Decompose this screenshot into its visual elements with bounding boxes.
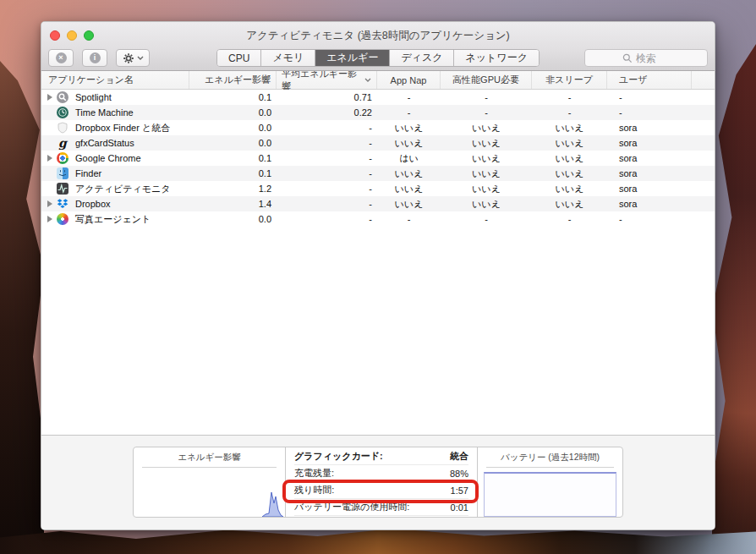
inspect-process-button[interactable]: i — [82, 49, 107, 67]
column-header-gpu[interactable]: 高性能GPU必要 — [441, 71, 532, 89]
table-row-spotlight[interactable]: Spotlight 0.1 0.71 - - - - — [41, 90, 715, 105]
stat-row-time-remaining: 残り時間: 1:57 — [294, 482, 468, 499]
column-header-app-nap[interactable]: App Nap — [377, 71, 441, 89]
gpu-value: - — [441, 105, 532, 120]
disclosure-triangle-icon[interactable] — [46, 216, 54, 222]
app-name: Google Chrome — [75, 153, 141, 163]
tab-cpu[interactable]: CPU — [217, 50, 261, 66]
shield-icon — [57, 122, 68, 134]
app-nap-value: - — [377, 90, 441, 105]
energy-impact-spike-graph — [262, 489, 284, 517]
search-input[interactable] — [636, 52, 670, 64]
energy-impact-value: 0.0 — [189, 120, 277, 135]
avg-energy-value: 0.22 — [277, 105, 377, 120]
dropbox-app-icon — [57, 198, 68, 210]
stat-value: 0:01 — [451, 502, 468, 513]
gfxcardstatus-app-icon: g — [57, 137, 68, 149]
user-value: sora — [607, 196, 692, 211]
sort-descending-icon — [364, 78, 371, 82]
view-tabs: CPU メモリ エネルギー ディスク ネットワーク — [216, 49, 540, 67]
avg-energy-label: 平均エネルギー影響 — [282, 68, 361, 93]
app-name: Finder — [75, 168, 101, 178]
table-header: アプリケーション名 エネルギー影響 平均エネルギー影響 App Nap 高性能G… — [41, 71, 715, 90]
table-row-dropbox-finder[interactable]: Dropbox Finder と統合 0.0 - いいえ いいえ いいえ sor… — [41, 120, 715, 135]
avg-energy-value: - — [277, 166, 377, 181]
table-row-google-chrome[interactable]: Google Chrome 0.1 - はい いいえ いいえ sora — [41, 151, 715, 166]
gpu-value: いいえ — [441, 151, 532, 166]
divider — [142, 467, 277, 468]
app-name: gfxCardStatus — [75, 138, 134, 148]
user-value: - — [607, 211, 692, 227]
gear-icon — [123, 52, 134, 64]
table-row-time-machine[interactable]: Time Machine 0.0 0.22 - - - - — [41, 105, 715, 120]
divider — [486, 467, 614, 468]
window-title: アクティビティモニタ (過去8時間のアプリケーション) — [41, 29, 715, 43]
stat-label: グラフィックカード: — [294, 450, 383, 463]
energy-impact-value: 0.0 — [189, 135, 277, 151]
column-header-energy-impact[interactable]: エネルギー影響 — [189, 71, 277, 89]
chevron-down-icon — [137, 56, 144, 60]
settings-dropdown-button[interactable] — [116, 49, 150, 67]
disclosure-triangle-icon[interactable] — [46, 200, 54, 207]
avg-energy-value: 0.71 — [277, 90, 377, 105]
search-field[interactable] — [584, 49, 708, 67]
column-header-avg-energy-impact[interactable]: 平均エネルギー影響 — [277, 71, 377, 89]
column-header-no-sleep[interactable]: 非スリープ — [532, 71, 607, 89]
energy-impact-value: 0.1 — [189, 90, 277, 105]
toolbar: × i CPU — [41, 49, 715, 68]
user-value: - — [607, 90, 692, 105]
app-name: Spotlight — [75, 92, 112, 102]
table-row-activity-monitor[interactable]: アクティビティモニタ 1.2 - いいえ いいえ いいえ sora — [41, 181, 715, 196]
tab-energy[interactable]: エネルギー — [315, 50, 390, 66]
no-sleep-value: - — [532, 90, 607, 105]
app-nap-value: - — [377, 211, 441, 227]
activity-monitor-app-icon — [57, 183, 68, 195]
column-header-filler — [692, 71, 715, 89]
table-empty-area — [41, 227, 715, 435]
footer-panel: エネルギー影響 グラフィックカード: 統合 充電残量: 88% 残り時間: 1:… — [41, 435, 715, 529]
stat-label: 充電残量: — [294, 467, 334, 480]
tab-memory[interactable]: メモリ — [261, 50, 315, 66]
no-sleep-value: いいえ — [532, 196, 607, 211]
window-chrome: アクティビティモニタ (過去8時間のアプリケーション) × i — [41, 22, 715, 71]
stat-row-time-on-battery: バッテリー電源の使用時間: 0:01 — [294, 499, 468, 516]
table-row-photos-agent[interactable]: 写真エージェント 0.0 - - - - - — [41, 211, 715, 227]
no-sleep-value: いいえ — [532, 135, 607, 151]
tab-disk[interactable]: ディスク — [390, 50, 454, 66]
app-nap-value: いいえ — [377, 166, 441, 181]
disclosure-triangle-icon[interactable] — [46, 94, 54, 101]
user-value: sora — [607, 135, 692, 151]
app-nap-value: いいえ — [377, 181, 441, 196]
search-icon — [622, 53, 633, 63]
activity-monitor-window: アクティビティモニタ (過去8時間のアプリケーション) × i — [41, 21, 715, 530]
finder-app-icon — [57, 167, 68, 179]
tab-network[interactable]: ネットワーク — [455, 50, 539, 66]
table-row-dropbox[interactable]: Dropbox 1.4 - いいえ いいえ いいえ sora — [41, 196, 715, 211]
no-sleep-value: いいえ — [532, 120, 607, 135]
energy-impact-value: 0.0 — [189, 211, 277, 227]
avg-energy-value: - — [277, 135, 377, 151]
table-row-gfxcardstatus[interactable]: g gfxCardStatus 0.0 - いいえ いいえ いいえ sora — [41, 135, 715, 151]
no-sleep-value: - — [532, 105, 607, 120]
info-icon: i — [90, 52, 101, 63]
gpu-value: - — [441, 211, 532, 227]
battery-stats: グラフィックカード: 統合 充電残量: 88% 残り時間: 1:57 バッテリー… — [286, 447, 478, 517]
stat-row-charge-remaining: 充電残量: 88% — [294, 465, 468, 482]
column-header-user[interactable]: ユーザ — [607, 71, 692, 89]
quit-process-icon: × — [56, 52, 67, 63]
no-sleep-value: いいえ — [532, 181, 607, 196]
table-row-finder[interactable]: Finder 0.1 - いいえ いいえ いいえ sora — [41, 166, 715, 181]
energy-chart-title: エネルギー影響 — [134, 447, 285, 463]
gpu-value: いいえ — [441, 120, 532, 135]
time-machine-app-icon — [57, 107, 68, 118]
column-header-app-name[interactable]: アプリケーション名 — [41, 71, 189, 89]
avg-energy-value: - — [277, 181, 377, 196]
process-table: Spotlight 0.1 0.71 - - - - Time Machine … — [41, 90, 715, 227]
gpu-value: いいえ — [441, 135, 532, 151]
quit-process-button[interactable]: × — [48, 49, 74, 67]
disclosure-triangle-icon[interactable] — [46, 155, 54, 162]
app-name: Time Machine — [75, 107, 134, 118]
chrome-app-icon — [57, 152, 68, 164]
no-sleep-value: - — [532, 211, 607, 227]
gpu-value: いいえ — [441, 181, 532, 196]
